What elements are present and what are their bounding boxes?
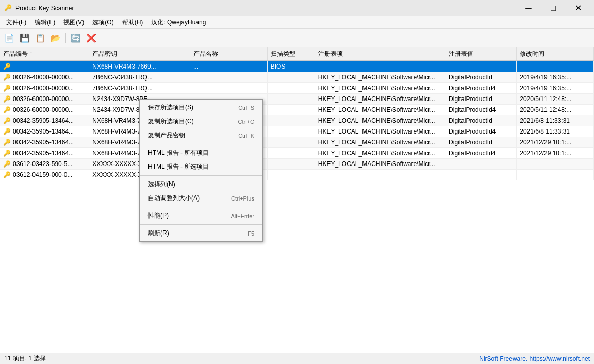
cell-time: 2021/12/29 10:1:... [517,148,594,159]
cell-key: 7B6NC-V3438-TRQ... [89,83,190,94]
col-header-regval[interactable]: 注册表值 [446,47,517,61]
context-menu-item[interactable]: HTML 报告 - 所选项目 [140,160,262,174]
maximize-button[interactable]: □ [541,0,565,16]
menu-options[interactable]: 选项(O) [88,17,118,28]
toolbar-open[interactable]: 📂 [48,31,63,45]
context-menu-separator [140,224,262,225]
col-header-key[interactable]: 产品密钥 [89,47,190,61]
minimize-button[interactable]: ─ [517,0,540,16]
col-header-reg[interactable]: 注册表项 [315,47,445,61]
cell-time [517,159,594,170]
table-row[interactable]: 🔑00326-40000-00000... 7B6NC-V3438-TRQ...… [0,83,594,94]
menu-edit[interactable]: 编辑(E) [30,17,59,28]
cell-type [267,148,315,159]
table-row[interactable]: 🔑00326-60000-00000... N2434-X9D7W-8PF...… [0,94,594,105]
toolbar-copy[interactable]: 📋 [33,31,47,45]
cell-reg [315,170,445,180]
cell-id: 🔑00326-60000-00000... [0,94,89,105]
menu-file[interactable]: 文件(F) [2,17,30,28]
main-content: 产品编号 ↑ 产品密钥 产品名称 扫描类型 注册表项 注册表值 修改时间 🔑 N… [0,47,594,353]
table-row[interactable]: 🔑03612-03423-590-5... XXXXX-XXXXX-XXX...… [0,159,594,170]
table-row[interactable]: 🔑 NX68H-VR4M3-7669... ... BIOS [0,61,594,72]
cell-regval: DigitalProductId [446,72,517,83]
context-menu-separator [140,144,262,144]
ctx-item-shortcut: F5 [248,230,254,237]
cell-reg: HKEY_LOCAL_MACHINE\Software\Micr... [315,115,445,126]
cell-type [267,94,315,105]
title-bar: 🔑 Product Key Scanner ─ □ ✕ [0,0,594,16]
cell-id: 🔑00326-60000-00000... [0,105,89,115]
cell-time: 2020/5/11 12:48:... [517,105,594,115]
table-row[interactable]: 🔑03612-04159-000-0... XXXXX-XXXXX-XXX... [0,170,594,180]
cell-time: 2019/4/19 16:35:... [517,83,594,94]
key-icon: 🔑 [3,95,11,103]
cell-type [267,115,315,126]
cell-time: 2019/4/19 16:35:... [517,72,594,83]
context-menu-item[interactable]: 性能(P)Alt+Enter [140,209,262,223]
cell-regval [446,170,517,180]
cell-time: 2021/6/8 11:33:31 [517,115,594,126]
table-row[interactable]: 🔑00326-40000-00000... 7B6NC-V3438-TRQ...… [0,72,594,83]
ctx-item-label: 选择列(N) [148,180,175,189]
context-menu-item[interactable]: HTML 报告 - 所有项目 [140,146,262,160]
table-row[interactable]: 🔑00342-35905-13464... NX68H-VR4M3-766...… [0,126,594,137]
table-container[interactable]: 产品编号 ↑ 产品密钥 产品名称 扫描类型 注册表项 注册表值 修改时间 🔑 N… [0,47,594,353]
table-row[interactable]: 🔑00342-35905-13464... NX68H-VR4M3-766...… [0,148,594,159]
cell-regval: DigitalProductId4 [446,126,517,137]
key-icon: 🔑 [3,160,11,168]
toolbar-refresh[interactable]: 🔄 [69,31,83,45]
cell-name: ... [190,61,267,72]
cell-reg: HKEY_LOCAL_MACHINE\Software\Micr... [315,148,445,159]
table-row[interactable]: 🔑00342-35905-13464... NX68H-VR4M3-766...… [0,137,594,148]
table-row[interactable]: 🔑00342-35905-13464... NX68H-VR4M3-766...… [0,115,594,126]
app-title: Product Key Scanner [15,5,517,12]
key-icon: 🔑 [3,171,11,178]
table-row[interactable]: 🔑00326-60000-00000... N2434-X9D7W-8PF...… [0,105,594,115]
close-button[interactable]: ✕ [566,0,590,16]
cell-id: 🔑00342-35905-13464... [0,115,89,126]
app-icon: 🔑 [4,4,12,12]
menu-bar: 文件(F) 编辑(E) 视图(V) 选项(O) 帮助(H) 汉化: Qwejay… [0,16,594,29]
context-menu-separator [140,175,262,176]
cell-reg: HKEY_LOCAL_MACHINE\Software\Micr... [315,137,445,148]
key-icon: 🔑 [3,106,11,113]
context-menu-item[interactable]: 复制所选项目(C)Ctrl+C [140,114,262,128]
cell-time: 2021/12/29 10:1:... [517,137,594,148]
context-menu-item[interactable]: 刷新(R)F5 [140,226,262,240]
context-menu-item[interactable]: 复制产品密钥Ctrl+K [140,128,262,142]
ctx-item-label: 自动调整列大小(A) [148,194,200,203]
cell-reg: HKEY_LOCAL_MACHINE\Software\Micr... [315,126,445,137]
cell-id: 🔑00342-35905-13464... [0,137,89,148]
cell-type [267,83,315,94]
cell-key: NX68H-VR4M3-7669... [89,61,190,72]
cell-reg: HKEY_LOCAL_MACHINE\Software\Micr... [315,83,445,94]
col-header-time[interactable]: 修改时间 [517,47,594,61]
cell-id: 🔑00342-35905-13464... [0,126,89,137]
ctx-item-label: HTML 报告 - 所选项目 [148,162,209,171]
status-bar: 11 项目, 1 选择 NirSoft Freeware. https://ww… [0,353,594,364]
menu-help[interactable]: 帮助(H) [118,17,147,28]
context-menu-item[interactable]: 自动调整列大小(A)Ctrl+Plus [140,191,262,205]
ctx-item-label: 刷新(R) [148,229,169,238]
cell-id: 🔑 [0,61,89,72]
ctx-item-shortcut: Ctrl+K [238,133,254,139]
cell-reg: HKEY_LOCAL_MACHINE\Software\Micr... [315,159,445,170]
key-icon: 🔑 [3,63,11,70]
cell-name [190,72,267,83]
cell-type [267,105,315,115]
cell-regval: DigitalProductId [446,137,517,148]
menu-locale[interactable]: 汉化: QwejayHuang [147,17,210,28]
product-table: 产品编号 ↑ 产品密钥 产品名称 扫描类型 注册表项 注册表值 修改时间 🔑 N… [0,47,594,180]
menu-view[interactable]: 视图(V) [59,17,88,28]
col-header-name[interactable]: 产品名称 [190,47,267,61]
cell-type [267,72,315,83]
col-header-type[interactable]: 扫描类型 [267,47,315,61]
context-menu-item[interactable]: 保存所选项目(S)Ctrl+S [140,101,262,114]
context-menu-item[interactable]: 选择列(N) [140,177,262,191]
toolbar-new[interactable]: 📄 [2,31,16,45]
context-menu-separator [140,207,262,207]
status-link[interactable]: NirSoft Freeware. https://www.nirsoft.ne… [479,355,590,362]
col-header-id[interactable]: 产品编号 ↑ [0,47,89,61]
toolbar-save[interactable]: 💾 [18,31,32,45]
toolbar-delete[interactable]: ❌ [84,31,98,45]
